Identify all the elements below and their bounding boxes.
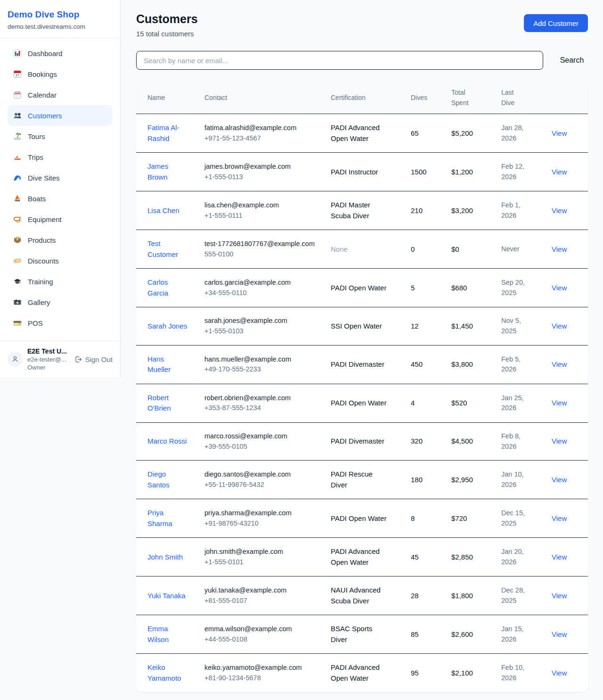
- view-customer-link[interactable]: View: [552, 245, 567, 253]
- view-customer-link[interactable]: View: [552, 553, 567, 561]
- certification-cell: BSAC Sports Diver: [331, 624, 387, 645]
- customer-name-link[interactable]: Yuki Tanaka: [147, 591, 186, 601]
- view-customer-link[interactable]: View: [552, 437, 567, 445]
- calendar-icon: [13, 91, 22, 99]
- view-customer-link[interactable]: View: [552, 322, 567, 330]
- customer-name-link[interactable]: Lisa Chen: [147, 206, 179, 216]
- customer-email: john.smith@example.com: [204, 547, 315, 557]
- sidebar-item[interactable]: Boats: [8, 188, 113, 209]
- customer-name-link[interactable]: Emma Wilson: [147, 624, 188, 645]
- customer-name-link[interactable]: Test Customer: [147, 239, 188, 260]
- boats-icon: [13, 194, 22, 203]
- total-spent-cell: $720: [451, 499, 501, 538]
- dives-cell: 5: [411, 269, 451, 307]
- sidebar-item-label: Products: [28, 236, 56, 244]
- total-spent-cell: $2,100: [451, 654, 501, 692]
- contact-cell: carlos.garcia@example.com +34-555-0110: [204, 278, 315, 298]
- sidebar-item[interactable]: Equipment: [8, 209, 113, 230]
- view-customer-link[interactable]: View: [552, 284, 567, 292]
- customer-email: test-1772681807767@example.com: [204, 239, 315, 249]
- dives-cell: 450: [411, 345, 451, 384]
- view-customer-link[interactable]: View: [552, 669, 567, 677]
- column-header: [552, 82, 588, 114]
- customer-name-link[interactable]: Priya Sharma: [147, 508, 188, 529]
- trips-icon: [13, 153, 22, 161]
- customer-name-link[interactable]: Diego Santos: [147, 469, 188, 490]
- sidebar-item[interactable]: Dive Sites: [8, 167, 113, 188]
- customer-name-link[interactable]: John Smith: [147, 552, 183, 563]
- last-dive-cell: Feb 12, 2026: [501, 162, 531, 182]
- view-customer-link[interactable]: View: [552, 514, 567, 522]
- sidebar-item[interactable]: Calendar: [8, 84, 113, 105]
- customer-phone: +91-98765-43210: [204, 519, 315, 529]
- contact-cell: john.smith@example.com +1-555-0101: [204, 547, 315, 568]
- total-spent-cell: $3,800: [451, 345, 501, 384]
- customer-name-link[interactable]: Marco Rossi: [147, 436, 187, 447]
- customer-count: 15 total customers: [136, 30, 198, 38]
- customer-name-link[interactable]: Keiko Yamamoto: [147, 662, 188, 684]
- customer-name-link[interactable]: Sarah Jones: [147, 321, 187, 332]
- sign-out-button[interactable]: Sign Out: [74, 355, 113, 363]
- user-role: Owner: [27, 364, 70, 371]
- sidebar-item[interactable]: Discounts: [8, 250, 113, 271]
- dives-cell: 65: [411, 114, 451, 153]
- table-row: Sarah Jones sarah.jones@example.com +1-5…: [136, 307, 588, 346]
- customer-email: marco.rossi@example.com: [204, 431, 315, 442]
- customer-name-link[interactable]: Robert O'Brien: [147, 393, 188, 414]
- column-header: Certification: [331, 82, 411, 114]
- customers-icon: [13, 111, 22, 120]
- view-customer-link[interactable]: View: [552, 476, 567, 484]
- dives-cell: 1500: [411, 153, 451, 191]
- total-spent-cell: $2,950: [451, 461, 501, 499]
- customer-name-link[interactable]: Fatima Al-Rashid: [147, 123, 188, 144]
- view-customer-link[interactable]: View: [552, 630, 567, 638]
- sidebar-item-label: Discounts: [28, 257, 59, 265]
- view-customer-link[interactable]: View: [552, 399, 567, 407]
- last-dive-cell: Feb 8, 2026: [501, 431, 531, 452]
- sidebar-item-label: Dashboard: [28, 49, 62, 58]
- shop-title: Demo Dive Shop: [8, 9, 113, 20]
- customer-name-link[interactable]: Carlos Garcia: [147, 277, 188, 298]
- view-customer-link[interactable]: View: [552, 168, 567, 176]
- contact-cell: fatima.alrashid@example.com +971-55-123-…: [204, 123, 315, 144]
- view-customer-link[interactable]: View: [552, 592, 567, 600]
- customer-phone: +81-90-1234-5678: [204, 673, 315, 684]
- certification-cell: PADI Master Scuba Diver: [331, 200, 387, 221]
- total-spent-cell: $3,200: [451, 191, 501, 230]
- sidebar-item[interactable]: 17 Bookings: [8, 64, 113, 84]
- sidebar-item[interactable]: Dashboard: [8, 43, 113, 64]
- table-row: Hans Mueller hans.mueller@example.com +4…: [136, 345, 588, 384]
- total-spent-cell: $4,500: [451, 422, 501, 461]
- sidebar-item[interactable]: Gallery: [8, 292, 113, 313]
- table-row: Emma Wilson emma.wilson@example.com +44-…: [136, 615, 588, 654]
- sidebar-item[interactable]: Tours: [8, 126, 113, 147]
- sidebar-item[interactable]: Training: [8, 271, 113, 292]
- search-input[interactable]: [136, 51, 543, 70]
- view-customer-link[interactable]: View: [552, 129, 567, 137]
- tours-icon: [13, 132, 22, 140]
- add-customer-button[interactable]: Add Customer: [524, 14, 588, 32]
- sidebar: Demo Dive Shop demo.test.divestreams.com…: [0, 0, 121, 377]
- certification-cell: PADI Divemaster: [331, 436, 387, 447]
- dives-cell: 4: [411, 384, 451, 422]
- last-dive-cell: Jan 25, 2026: [501, 393, 531, 414]
- sidebar-item[interactable]: POS: [8, 313, 113, 333]
- sidebar-item-label: Gallery: [28, 298, 50, 306]
- certification-cell: PADI Divemaster: [331, 359, 387, 370]
- sidebar-item-label: Tours: [28, 132, 45, 140]
- sidebar-item[interactable]: Customers: [8, 105, 113, 126]
- search-button[interactable]: Search: [556, 56, 588, 65]
- dives-cell: 85: [411, 615, 451, 654]
- sign-out-label: Sign Out: [85, 355, 113, 363]
- table-row: Marco Rossi marco.rossi@example.com +39-…: [136, 422, 588, 461]
- view-customer-link[interactable]: View: [552, 206, 567, 214]
- last-dive-cell: Feb 10, 2026: [501, 663, 531, 684]
- sidebar-item-label: POS: [28, 319, 43, 327]
- sidebar-item[interactable]: Trips: [8, 147, 113, 167]
- dives-cell: 12: [411, 307, 451, 346]
- last-dive-cell: Nov 5, 2025: [501, 316, 531, 337]
- view-customer-link[interactable]: View: [552, 360, 567, 368]
- customer-name-link[interactable]: James Brown: [147, 161, 188, 182]
- sidebar-item[interactable]: Products: [8, 230, 113, 250]
- customer-name-link[interactable]: Hans Mueller: [147, 354, 188, 375]
